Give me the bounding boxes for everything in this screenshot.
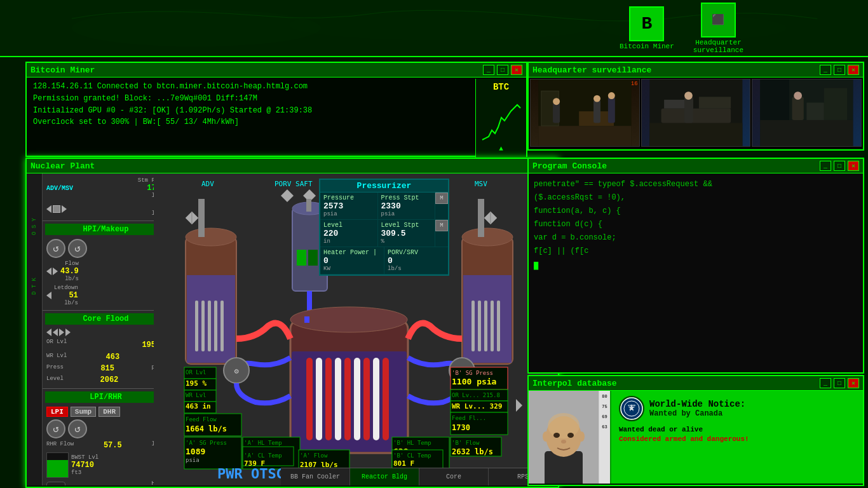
ruler-75: 75 — [602, 404, 607, 409]
cf-level-label: Level — [46, 376, 64, 384]
left-panel: ADV/MSV Stm Flow 1795 lb/s 0 — [43, 173, 170, 485]
console-line-6: f[c] || (f[c — [534, 245, 858, 257]
bitcoin-window-controls: _ □ ✕ — [483, 65, 522, 75]
console-close[interactable]: ✕ — [848, 161, 859, 171]
rhr-pump-2: ↺ — [68, 419, 87, 438]
svg-rect-36 — [383, 358, 389, 440]
core-flood-section: Core Flood OR Lvl 195 % — [43, 311, 169, 389]
mugshot-bg: 80 75 69 63 — [529, 391, 610, 484]
bitcoin-taskbar-btn[interactable]: B Bitcoin Miner — [620, 6, 674, 50]
svg-rect-31 — [335, 358, 341, 440]
svg-point-133 — [794, 92, 803, 100]
pz-m-btn-1[interactable]: M — [435, 193, 448, 204]
hq-taskbar-btn[interactable]: ⬛ Headquarter surveillance — [693, 3, 743, 54]
svg-rect-20 — [471, 301, 475, 351]
svg-point-139 — [553, 433, 560, 438]
interpol-window: Interpol database _ □ ✕ 80 75 69 63 — [527, 375, 864, 486]
console-title: Program Console — [532, 161, 607, 171]
bitcoin-log-1: 128.154.26.11 Connected to btcn.miner.bi… — [33, 81, 520, 92]
bitcoin-taskbar-label: Bitcoin Miner — [620, 43, 674, 50]
rhr-buttons: LPI Sump DHR — [45, 405, 166, 418]
hpi-title: HPI/Makeup — [45, 224, 166, 235]
hq-minimize[interactable]: _ — [820, 65, 831, 75]
bwst-val: 74710 — [71, 461, 98, 470]
pz-heater-val: 0 — [323, 256, 381, 266]
nuclear-titlebar: Nuclear Plant _ □ — [27, 159, 558, 173]
lpi-btn[interactable]: LPI — [46, 407, 68, 417]
pz-level-row: Level 220 in Level Stpt 309.5 % M — [320, 220, 448, 247]
svg-point-143 — [578, 431, 585, 442]
bitcoin-maximize[interactable]: □ — [497, 65, 508, 75]
nuclear-title: Nuclear Plant — [31, 161, 95, 171]
bitcoin-log-4: Overclock set to 300% | BW:[ 55/ 13/ 4Mh… — [33, 117, 520, 128]
hpi-pumps: ↺ ↺ — [45, 238, 166, 259]
console-minimize[interactable]: _ — [820, 161, 831, 171]
svg-text:1664 lb/s: 1664 lb/s — [186, 424, 227, 433]
svg-text:ADV: ADV — [201, 180, 214, 188]
interpol-close[interactable]: ✕ — [848, 378, 859, 388]
cam-scene-svg-3 — [752, 79, 861, 146]
btc-graph: BTC ▲ — [475, 79, 526, 154]
svg-rect-6 — [297, 250, 306, 266]
valve-tri-left — [46, 205, 51, 213]
lpi-section: LPI/RHR LPI Sump DHR ↺ ↺ RHR Flow 57.5 l… — [43, 389, 169, 485]
svg-rect-131 — [807, 103, 824, 120]
hpi-valve — [46, 268, 58, 275]
adv-valve-container — [46, 205, 67, 213]
svg-text:1100 psia: 1100 psia — [452, 377, 497, 386]
interpol-minimize[interactable]: _ — [820, 378, 831, 388]
svg-rect-47 — [478, 199, 484, 237]
hq-window-controls: _ □ ✕ — [820, 65, 859, 75]
svg-rect-13 — [201, 301, 205, 351]
ruler-80: 80 — [602, 394, 607, 399]
svg-text:psia: psia — [186, 457, 200, 463]
cf-press-label: Press — [46, 364, 64, 373]
svg-text:2632 lb/s: 2632 lb/s — [452, 447, 493, 456]
letdown-valve-tri-l — [46, 292, 51, 299]
bitcoin-minimize[interactable]: _ — [483, 65, 494, 75]
nav-bb-fan[interactable]: BB Fan Cooler — [281, 468, 350, 485]
nav-core[interactable]: Core — [419, 468, 489, 485]
pz-level-stpt-val: 309.5 — [381, 229, 432, 238]
bitcoin-close[interactable]: ✕ — [511, 65, 522, 75]
pz-level-unit: in — [323, 238, 374, 245]
bitcoin-title: Bitcoin Miner — [31, 65, 95, 75]
hq-maximize[interactable]: □ — [834, 65, 845, 75]
ruler-63: 63 — [602, 424, 607, 430]
console-window: Program Console _ □ ✕ penetrate" == type… — [527, 158, 864, 374]
pz-m-btn-2[interactable]: M — [435, 220, 448, 231]
svg-text:Feed Fl...: Feed Fl... — [452, 415, 486, 421]
dhr-btn[interactable]: DHR — [98, 407, 120, 417]
pz-heater-label: Heater Power | — [323, 249, 381, 256]
taskbar: B Bitcoin Miner ⬛ Headquarter surveillan… — [0, 0, 868, 57]
sump-btn[interactable]: Sump — [71, 407, 96, 417]
interpol-window-controls: _ □ ✕ — [820, 378, 859, 388]
hq-window: Headquarter surveillance _ □ ✕ 2019-01-1… — [527, 62, 864, 151]
cf-wr-lvl-label: WR Lvl — [46, 353, 67, 362]
pz-pressure-row: Pressure 2573 psia Press Stpt 2330 psia … — [320, 193, 448, 220]
cf-or-lvl: OR Lvl 195 % — [45, 337, 166, 351]
letdown-label: Letdown — [54, 285, 78, 291]
letdown-unit: lb/s — [54, 300, 78, 306]
svg-point-141 — [561, 440, 566, 444]
svg-rect-16 — [220, 301, 224, 351]
cam-feed-2 — [641, 79, 751, 147]
console-maximize[interactable]: □ — [834, 161, 845, 171]
rhr-pump-1: ↺ — [46, 419, 65, 438]
svg-text:'B' Flow: 'B' Flow — [452, 440, 480, 446]
svg-text:WR Lv... 329: WR Lv... 329 — [452, 402, 502, 410]
nav-reactor-bldg[interactable]: Reactor Bldg — [350, 468, 419, 485]
svg-text:'A' Flow: 'A' Flow — [300, 452, 328, 459]
bwst-level-bar-container — [46, 452, 69, 478]
hq-icon: ⬛ — [701, 3, 736, 37]
interpol-photo: 80 75 69 63 — [529, 391, 611, 484]
svg-text:'A' SG Press: 'A' SG Press — [186, 440, 227, 446]
valve-tri-right — [62, 205, 67, 213]
interpol-notice-line2: Considered armed and dangerous! — [619, 435, 855, 444]
pz-level-stpt-cell: Level Stpt 309.5 % — [378, 220, 436, 247]
interpol-maximize[interactable]: □ — [834, 378, 845, 388]
hq-close[interactable]: ✕ — [848, 65, 859, 75]
pz-press-stpt-val: 2330 — [381, 201, 432, 211]
svg-rect-21 — [478, 301, 481, 351]
interpol-content: 80 75 69 63 — [529, 391, 863, 484]
